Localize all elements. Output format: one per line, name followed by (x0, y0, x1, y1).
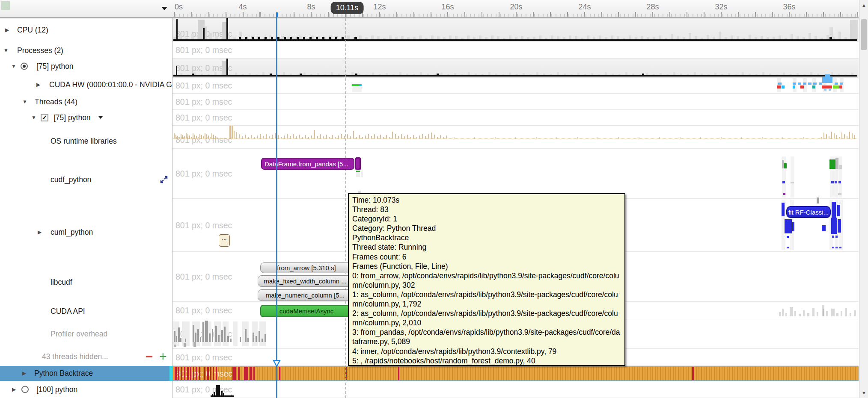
sidebar-item-threads[interactable]: ▼ Threads (44) (0, 94, 172, 109)
tooltip-line: 3: from_pandas, /opt/conda/envs/rapids/l… (352, 327, 621, 346)
ruler-tick-label: 36s (783, 3, 795, 12)
decor-mark (341, 134, 342, 139)
hide-threads-button[interactable]: − (146, 352, 153, 361)
row-threads[interactable]: 801 px; 0 msec (172, 94, 859, 110)
decor-mark (695, 36, 697, 39)
process-radio-unselected[interactable] (21, 386, 29, 393)
chevron-right-icon[interactable]: ▶ (38, 230, 42, 235)
range-bar-small-purple[interactable] (355, 158, 360, 170)
decor-mark (202, 322, 204, 342)
decor-mark (326, 135, 327, 139)
decor-mark (203, 28, 205, 39)
decor-mark (844, 134, 845, 139)
chevron-right-icon[interactable]: ▶ (5, 27, 9, 32)
decor-mark (196, 367, 197, 380)
chevron-right-icon[interactable]: ▶ (12, 387, 16, 392)
decor-mark (174, 331, 175, 342)
sidebar-item-cuda-hw[interactable]: ▶ CUDA HW (0000:01:00.0 - NVIDIA GeForce (0, 77, 172, 92)
decor-mark (824, 89, 826, 91)
row-thread-75-python[interactable]: 801 px; 0 msec (172, 110, 859, 126)
scrollbar-thumb[interactable] (861, 19, 867, 50)
chevron-right-icon[interactable]: ▶ (36, 82, 40, 87)
decor-mark (810, 72, 812, 75)
vertical-scrollbar[interactable]: ▲ ▼ (859, 0, 868, 398)
row-cuda-hw[interactable]: 801 px; 0 msec (172, 78, 859, 94)
decor-mark (794, 311, 796, 316)
cursor-time-badge[interactable]: 10.11s (331, 2, 364, 14)
sidebar-item-processes[interactable]: ▼ Processes (2) (0, 43, 172, 58)
decor-mark (368, 134, 369, 139)
process-radio-selected[interactable] (21, 63, 28, 70)
range-bar-from-arrow[interactable]: from_arrow [5.310 s] (260, 262, 353, 273)
chevron-down-icon[interactable]: ▼ (31, 115, 36, 120)
decor-mark (784, 163, 787, 168)
decor-mark (239, 134, 240, 139)
sidebar-item-cuml-python[interactable]: ▶ cuml_python (0, 224, 172, 240)
decor-mark (785, 313, 787, 316)
sidebar-item-libcudf[interactable]: libcudf (0, 274, 172, 290)
decor-mark (195, 333, 196, 342)
row-cpu-empty[interactable]: 801 px; 0 msec (172, 42, 859, 59)
thread-options-dropdown-icon[interactable] (98, 116, 103, 119)
chevron-down-icon[interactable]: ▼ (11, 64, 16, 69)
decor-mark (199, 134, 200, 139)
expand-row-icon[interactable] (159, 175, 169, 184)
range-bar-cuda-memset-async[interactable]: cudaMemsetAsync (260, 305, 353, 317)
sidebar-item-python-backtrace[interactable]: ▶ Python Backtrace (0, 366, 172, 381)
sidebar-item-process-75-python[interactable]: ▼ [75] python (0, 59, 172, 74)
sidebar-item-label: OS runtime libraries (51, 137, 117, 146)
decor-mark (837, 205, 840, 216)
decor-mark (194, 135, 195, 139)
chevron-down-icon[interactable]: ▼ (3, 48, 9, 53)
decor-mark (420, 72, 422, 75)
scroll-up-button[interactable]: ▲ (860, 0, 868, 10)
decor-mark (395, 134, 396, 139)
decor-mark (440, 135, 441, 139)
timeline-cursor-line[interactable] (276, 12, 277, 398)
decor-mark (380, 135, 381, 139)
sidebar-item-cpu[interactable]: ▶ CPU (12) (0, 22, 172, 38)
thread-checkbox-checked[interactable]: ✓ (41, 114, 48, 121)
decor-mark (200, 337, 201, 342)
row-size-label: 801 px; 0 msec (175, 97, 232, 106)
tooltip-line: Frames count: 6 (352, 252, 621, 262)
range-bar-make-fixed-width-column[interactable]: make_fixed_width_column ... (258, 275, 353, 287)
sidebar-item-profiler-overhead[interactable]: Profiler overhead (0, 326, 172, 342)
sidebar-item-cudf-python[interactable]: cudf_python (0, 172, 172, 187)
decor-mark (719, 32, 721, 39)
sidebar-item-cuda-api[interactable]: CUDA API (0, 304, 172, 319)
row-cudf-python[interactable]: 801 px; 0 msec (172, 149, 859, 199)
sidebar-item-os-runtime-libraries[interactable]: OS runtime libraries (0, 133, 172, 149)
decor-mark (181, 134, 181, 139)
chevron-right-icon[interactable]: ▶ (22, 371, 26, 376)
sidebar-item-process-100-python[interactable]: ▶ [100] python (0, 382, 172, 397)
range-bar-fit-rf-classifier[interactable]: fit RF-Classi... (786, 206, 831, 218)
decor-mark (287, 134, 288, 139)
collapsed-events-box[interactable]: ... (219, 234, 230, 247)
nsight-systems-timeline-window: ▶ CPU (12) ▼ Processes (2) ▼ [75] python… (0, 0, 868, 398)
decor-mark (854, 310, 856, 316)
row-process-100-python[interactable]: 801 px; 0 msec (172, 381, 859, 398)
decor-mark (352, 86, 362, 92)
scroll-down-button[interactable]: ▼ (860, 388, 868, 398)
decor-mark (831, 218, 837, 234)
decor-mark (749, 35, 751, 39)
decor-mark (185, 339, 186, 342)
range-bar-make-numeric-column[interactable]: make_numeric_column [5... (258, 289, 353, 301)
sidebar-item-threads-hidden[interactable]: 43 threads hidden... − + (0, 349, 172, 364)
range-bar-dataframe-from-pandas[interactable]: DataFrame.from_pandas [5... (261, 158, 354, 170)
show-threads-button[interactable]: + (159, 352, 167, 361)
chevron-down-icon[interactable]: ▼ (22, 99, 27, 104)
decor-mark (187, 367, 189, 380)
decor-mark (779, 312, 781, 316)
decor-mark (689, 33, 691, 39)
tooltip-line: Frames (Function, File, Line) (352, 262, 621, 271)
decor-mark (468, 72, 470, 75)
filter-dropdown-icon[interactable] (161, 7, 167, 10)
decor-mark (825, 74, 830, 83)
decor-mark (199, 367, 200, 380)
timeline-ruler[interactable]: 0s 4s 8s 12s 16s 20s 24s 28s 32s 36s 10.… (172, 0, 859, 18)
sidebar-item-thread-75-python[interactable]: ▼ ✓ [75] python (0, 110, 172, 125)
ruler-tick-label: 4s (238, 3, 247, 12)
decor-mark (446, 136, 447, 139)
